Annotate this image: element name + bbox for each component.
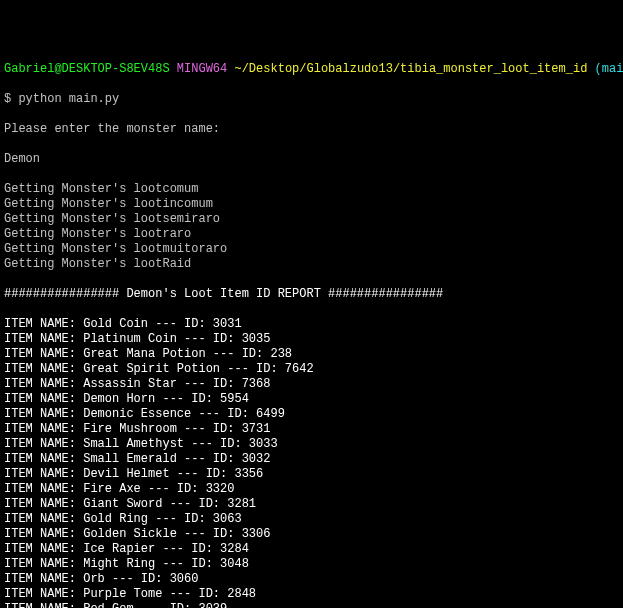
loading-line: Getting Monster's lootRaid xyxy=(4,257,619,272)
loot-item-line: ITEM NAME: Golden Sickle --- ID: 3306 xyxy=(4,527,619,542)
script-prompt: Please enter the monster name: xyxy=(4,122,619,137)
loot-item-line: ITEM NAME: Devil Helmet --- ID: 3356 xyxy=(4,467,619,482)
command-text: python main.py xyxy=(18,92,119,106)
loot-item-line: ITEM NAME: Orb --- ID: 3060 xyxy=(4,572,619,587)
loot-item-line: ITEM NAME: Red Gem --- ID: 3039 xyxy=(4,602,619,608)
loot-item-line: ITEM NAME: Platinum Coin --- ID: 3035 xyxy=(4,332,619,347)
command-prefix: $ xyxy=(4,92,18,106)
loot-item-line: ITEM NAME: Demonic Essence --- ID: 6499 xyxy=(4,407,619,422)
shell-name: MINGW64 xyxy=(177,62,227,76)
loot-item-line: ITEM NAME: Fire Mushroom --- ID: 3731 xyxy=(4,422,619,437)
loading-lines: Getting Monster's lootcomumGetting Monst… xyxy=(4,182,619,272)
loot-item-line: ITEM NAME: Gold Ring --- ID: 3063 xyxy=(4,512,619,527)
loot-item-line: ITEM NAME: Demon Horn --- ID: 5954 xyxy=(4,392,619,407)
loot-item-line: ITEM NAME: Fire Axe --- ID: 3320 xyxy=(4,482,619,497)
loading-line: Getting Monster's lootcomum xyxy=(4,182,619,197)
cwd-path: ~/Desktop/Globalzudo13/tibia_monster_loo… xyxy=(234,62,587,76)
loot-item-line: ITEM NAME: Giant Sword --- ID: 3281 xyxy=(4,497,619,512)
loading-line: Getting Monster's lootraro xyxy=(4,227,619,242)
loot-item-lines: ITEM NAME: Gold Coin --- ID: 3031ITEM NA… xyxy=(4,317,619,608)
loading-line: Getting Monster's lootincomum xyxy=(4,197,619,212)
loot-item-line: ITEM NAME: Great Mana Potion --- ID: 238 xyxy=(4,347,619,362)
user-host: Gabriel@DESKTOP-S8EV48S xyxy=(4,62,170,76)
loot-item-line: ITEM NAME: Small Emerald --- ID: 3032 xyxy=(4,452,619,467)
loading-line: Getting Monster's lootsemiraro xyxy=(4,212,619,227)
command-line[interactable]: $ python main.py xyxy=(4,92,619,107)
loot-item-line: ITEM NAME: Great Spirit Potion --- ID: 7… xyxy=(4,362,619,377)
loot-item-line: ITEM NAME: Might Ring --- ID: 3048 xyxy=(4,557,619,572)
loot-item-line: ITEM NAME: Gold Coin --- ID: 3031 xyxy=(4,317,619,332)
prompt-line: Gabriel@DESKTOP-S8EV48S MINGW64 ~/Deskto… xyxy=(4,62,619,77)
user-input: Demon xyxy=(4,152,619,167)
loading-line: Getting Monster's lootmuitoraro xyxy=(4,242,619,257)
loot-item-line: ITEM NAME: Assassin Star --- ID: 7368 xyxy=(4,377,619,392)
report-header: ################ Demon's Loot Item ID RE… xyxy=(4,287,619,302)
loot-item-line: ITEM NAME: Purple Tome --- ID: 2848 xyxy=(4,587,619,602)
git-branch: (main) xyxy=(595,62,623,76)
loot-item-line: ITEM NAME: Small Amethyst --- ID: 3033 xyxy=(4,437,619,452)
loot-item-line: ITEM NAME: Ice Rapier --- ID: 3284 xyxy=(4,542,619,557)
